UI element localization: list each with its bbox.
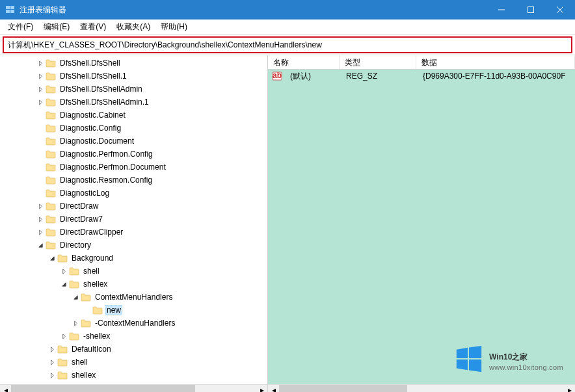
chevron-right-icon[interactable] <box>35 84 46 94</box>
value-data: {D969A300-E7FF-11d0-A93B-00A0C90F <box>418 72 570 81</box>
tree-node[interactable]: shellex <box>0 369 267 382</box>
minimize-button[interactable] <box>487 0 516 20</box>
tree-node-label: new <box>105 305 122 315</box>
address-bar[interactable]: 计算机\HKEY_CLASSES_ROOT\Directory\Backgrou… <box>3 36 572 53</box>
tree-node-label: Diagnostic.Resmon.Config <box>59 176 154 185</box>
tree-node[interactable]: shell <box>0 356 267 369</box>
tree-node-label: DiagnosticLog <box>59 189 111 198</box>
tree-node[interactable]: shellex <box>0 278 267 291</box>
menu-file[interactable]: 文件(F) <box>3 20 38 34</box>
tree-node-label: Background <box>70 254 114 263</box>
chevron-down-icon[interactable] <box>59 279 69 289</box>
tree-node[interactable]: DfsShell.DfsShellAdmin.1 <box>0 96 267 109</box>
chevron-right-icon[interactable] <box>35 214 46 224</box>
tree-node-label: Diagnostic.Perfmon.Document <box>59 163 167 172</box>
chevron-right-icon[interactable] <box>59 331 69 341</box>
chevron-right-icon[interactable] <box>35 58 46 68</box>
value-row[interactable]: ab(默认)REG_SZ{D969A300-E7FF-11d0-A93B-00A… <box>268 70 575 83</box>
svg-rect-3 <box>10 10 14 13</box>
tree-node-label: -shellex <box>82 332 111 341</box>
tree-node[interactable]: -shellex <box>0 330 267 343</box>
scroll-right-icon[interactable]: ▸ <box>256 385 267 392</box>
tree-node[interactable]: new <box>0 304 267 317</box>
chevron-right-icon[interactable] <box>47 357 57 367</box>
scroll-left-icon[interactable]: ◂ <box>0 385 11 392</box>
values-scrollbar[interactable]: ◂ ▸ <box>268 384 575 392</box>
tree-node-label: DirectDrawClipper <box>59 228 124 237</box>
tree-node-label: shellex <box>82 280 109 289</box>
tree-node-label: DfsShell.DfsShellAdmin <box>59 85 144 94</box>
value-type: REG_SZ <box>341 72 418 81</box>
chevron-right-icon[interactable] <box>59 266 69 276</box>
column-name[interactable]: 名称 <box>268 55 340 69</box>
menu-edit[interactable]: 编辑(E) <box>38 20 75 34</box>
tree-node[interactable]: Diagnostic.Config <box>0 122 267 135</box>
values-pane: 名称 类型 数据 ab(默认)REG_SZ{D969A300-E7FF-11d0… <box>268 55 575 384</box>
tree-node[interactable]: Directory <box>0 239 267 252</box>
tree-node[interactable]: DirectDraw <box>0 200 267 213</box>
string-value-icon: ab <box>272 71 282 81</box>
tree-node-label: Directory <box>59 241 92 250</box>
tree-node-label: shell <box>82 267 101 276</box>
tree-node-label: DfsShell.DfsShellAdmin.1 <box>59 98 150 107</box>
menu-favorites[interactable]: 收藏夹(A) <box>111 20 155 34</box>
tree-node-label: DefaultIcon <box>70 345 113 354</box>
scroll-right-icon[interactable]: ▸ <box>564 385 575 392</box>
scrollbars: ◂ ▸ ◂ ▸ <box>0 384 575 392</box>
menu-view[interactable]: 查看(V) <box>75 20 111 34</box>
title-bar: 注册表编辑器 <box>0 0 575 20</box>
svg-rect-5 <box>528 7 533 13</box>
value-rows[interactable]: ab(默认)REG_SZ{D969A300-E7FF-11d0-A93B-00A… <box>268 70 575 384</box>
svg-rect-2 <box>6 10 10 13</box>
tree-node[interactable]: DfsShell.DfsShell.1 <box>0 70 267 83</box>
app-icon <box>5 5 16 15</box>
tree-node[interactable]: ContextMenuHandlers <box>0 291 267 304</box>
window-title: 注册表编辑器 <box>20 5 487 16</box>
tree-node[interactable]: Diagnostic.Perfmon.Config <box>0 148 267 161</box>
window-controls <box>487 0 575 20</box>
address-text: 计算机\HKEY_CLASSES_ROOT\Directory\Backgrou… <box>8 40 322 51</box>
tree-node[interactable]: Diagnostic.Perfmon.Document <box>0 161 267 174</box>
tree-node-label: DirectDraw <box>59 202 100 211</box>
maximize-button[interactable] <box>516 0 545 20</box>
value-name: (默认) <box>285 71 341 82</box>
scroll-left-icon[interactable]: ◂ <box>268 385 279 392</box>
tree-scrollbar[interactable]: ◂ ▸ <box>0 384 268 392</box>
tree-node[interactable]: Background <box>0 252 267 265</box>
tree-node-label: Diagnostic.Perfmon.Config <box>59 150 154 159</box>
tree-pane[interactable]: DfsShell.DfsShellDfsShell.DfsShell.1DfsS… <box>0 55 268 384</box>
chevron-down-icon[interactable] <box>35 240 46 250</box>
tree-node[interactable]: Diagnostic.Document <box>0 135 267 148</box>
chevron-right-icon[interactable] <box>35 71 46 81</box>
tree-node[interactable]: DirectDrawClipper <box>0 226 267 239</box>
menu-help[interactable]: 帮助(H) <box>155 20 193 34</box>
tree-node[interactable]: Diagnostic.Resmon.Config <box>0 174 267 187</box>
chevron-right-icon[interactable] <box>47 370 57 380</box>
column-type[interactable]: 类型 <box>340 55 416 69</box>
chevron-right-icon[interactable] <box>35 201 46 211</box>
tree-node[interactable]: Diagnostic.Cabinet <box>0 109 267 122</box>
tree-node[interactable]: DirectDraw7 <box>0 213 267 226</box>
content-area: DfsShell.DfsShellDfsShell.DfsShell.1DfsS… <box>0 55 575 384</box>
tree-node-label: DfsShell.DfsShell <box>59 59 122 68</box>
chevron-down-icon[interactable] <box>70 292 81 302</box>
svg-rect-0 <box>6 6 10 9</box>
tree-node[interactable]: DiagnosticLog <box>0 187 267 200</box>
close-button[interactable] <box>545 0 575 20</box>
tree-node[interactable]: -ContextMenuHandlers <box>0 317 267 330</box>
tree-node[interactable]: DefaultIcon <box>0 343 267 356</box>
chevron-down-icon[interactable] <box>47 253 57 263</box>
column-data[interactable]: 数据 <box>416 55 575 69</box>
chevron-right-icon[interactable] <box>35 97 46 107</box>
tree-node[interactable]: DfsShell.DfsShell <box>0 57 267 70</box>
chevron-right-icon[interactable] <box>70 318 81 328</box>
tree-node-label: Diagnostic.Document <box>59 137 135 146</box>
tree-node-label: DfsShell.DfsShell.1 <box>59 72 128 81</box>
tree-node[interactable]: DfsShell.DfsShellAdmin <box>0 83 267 96</box>
tree-node[interactable]: shell <box>0 265 267 278</box>
svg-rect-1 <box>10 6 14 9</box>
menu-bar: 文件(F) 编辑(E) 查看(V) 收藏夹(A) 帮助(H) <box>0 20 575 35</box>
chevron-right-icon[interactable] <box>35 227 46 237</box>
chevron-right-icon[interactable] <box>47 344 57 354</box>
column-headers: 名称 类型 数据 <box>268 55 575 70</box>
